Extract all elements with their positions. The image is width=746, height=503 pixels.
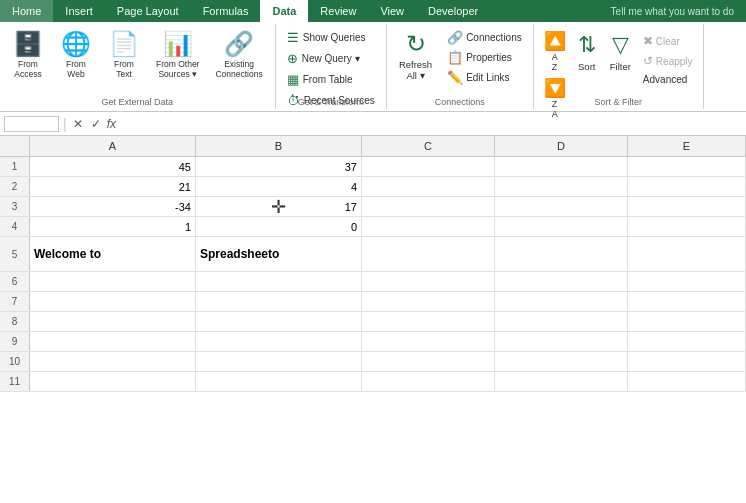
cell-a1[interactable]: 45: [30, 157, 196, 176]
tab-review[interactable]: Review: [308, 0, 368, 22]
cell-e1[interactable]: [628, 157, 746, 176]
cell-e7[interactable]: [628, 292, 746, 311]
row-num-10[interactable]: 10: [0, 352, 30, 371]
col-header-d[interactable]: D: [495, 136, 628, 156]
sort-az-button[interactable]: 🔼 AZ: [540, 28, 570, 74]
properties-button[interactable]: 📋 Properties: [442, 48, 527, 67]
col-header-c[interactable]: C: [362, 136, 495, 156]
edit-links-button[interactable]: ✏️ Edit Links: [442, 68, 527, 87]
cell-c4[interactable]: [362, 217, 495, 236]
cell-d2[interactable]: [495, 177, 628, 196]
cell-d11[interactable]: [495, 372, 628, 391]
cell-c6[interactable]: [362, 272, 495, 291]
from-text-button[interactable]: 📄 FromText: [102, 28, 146, 83]
cell-e11[interactable]: [628, 372, 746, 391]
cell-b11[interactable]: [196, 372, 362, 391]
tab-developer[interactable]: Developer: [416, 0, 490, 22]
cell-c2[interactable]: [362, 177, 495, 196]
cell-a9[interactable]: [30, 332, 196, 351]
cell-d8[interactable]: [495, 312, 628, 331]
row-num-3[interactable]: 3: [0, 197, 30, 216]
cell-e2[interactable]: [628, 177, 746, 196]
row-num-8[interactable]: 8: [0, 312, 30, 331]
cell-a8[interactable]: [30, 312, 196, 331]
from-table-button[interactable]: ▦ From Table: [282, 70, 380, 89]
sort-button[interactable]: ⇅ Sort: [572, 28, 602, 76]
cell-c10[interactable]: [362, 352, 495, 371]
row-num-7[interactable]: 7: [0, 292, 30, 311]
cell-a6[interactable]: [30, 272, 196, 291]
show-queries-button[interactable]: ☰ Show Queries: [282, 28, 380, 47]
from-web-button[interactable]: 🌐 FromWeb: [54, 28, 98, 83]
cell-b1[interactable]: 37: [196, 157, 362, 176]
cell-a3[interactable]: -34: [30, 197, 196, 216]
cell-a4[interactable]: 1: [30, 217, 196, 236]
cell-d7[interactable]: [495, 292, 628, 311]
cell-c9[interactable]: [362, 332, 495, 351]
cell-b8[interactable]: [196, 312, 362, 331]
cell-b2[interactable]: 4: [196, 177, 362, 196]
cell-b3[interactable]: 17 ✛: [196, 197, 362, 216]
cell-d1[interactable]: [495, 157, 628, 176]
cell-a5[interactable]: Welcome to: [30, 237, 196, 271]
filter-button[interactable]: ▽ Filter: [604, 28, 637, 76]
row-num-6[interactable]: 6: [0, 272, 30, 291]
row-num-9[interactable]: 9: [0, 332, 30, 351]
connections-button[interactable]: 🔗 Connections: [442, 28, 527, 47]
tab-data[interactable]: Data: [260, 0, 308, 22]
tab-view[interactable]: View: [368, 0, 416, 22]
reapply-button[interactable]: ↺ Reapply: [639, 52, 697, 70]
cell-c1[interactable]: [362, 157, 495, 176]
cell-e4[interactable]: [628, 217, 746, 236]
cell-c3[interactable]: [362, 197, 495, 216]
cell-b10[interactable]: [196, 352, 362, 371]
tab-page-layout[interactable]: Page Layout: [105, 0, 191, 22]
row-num-1[interactable]: 1: [0, 157, 30, 176]
tab-insert[interactable]: Insert: [53, 0, 105, 22]
formula-fx-button[interactable]: fx: [107, 117, 116, 131]
from-other-sources-button[interactable]: 📊 From OtherSources ▾: [150, 28, 205, 83]
new-query-button[interactable]: ⊕ New Query ▾: [282, 49, 380, 68]
cell-e5[interactable]: [628, 237, 746, 271]
cell-a2[interactable]: 21: [30, 177, 196, 196]
clear-button[interactable]: ✖ Clear: [639, 32, 697, 50]
cell-e6[interactable]: [628, 272, 746, 291]
cell-c7[interactable]: [362, 292, 495, 311]
col-header-a[interactable]: A: [30, 136, 196, 156]
cell-b6[interactable]: [196, 272, 362, 291]
advanced-button[interactable]: Advanced: [639, 72, 697, 87]
cell-b4[interactable]: 0: [196, 217, 362, 236]
cell-c5[interactable]: [362, 237, 495, 271]
cell-e9[interactable]: [628, 332, 746, 351]
cell-e8[interactable]: [628, 312, 746, 331]
cell-c11[interactable]: [362, 372, 495, 391]
cell-e3[interactable]: [628, 197, 746, 216]
tab-tell-me[interactable]: Tell me what you want to do: [599, 0, 746, 22]
from-access-button[interactable]: 🗄️ FromAccess: [6, 28, 50, 83]
cell-b5[interactable]: Spreadsheeto: [196, 237, 362, 271]
cell-e10[interactable]: [628, 352, 746, 371]
col-header-e[interactable]: E: [628, 136, 746, 156]
cell-b9[interactable]: [196, 332, 362, 351]
cell-d10[interactable]: [495, 352, 628, 371]
cell-a10[interactable]: [30, 352, 196, 371]
row-num-2[interactable]: 2: [0, 177, 30, 196]
row-num-4[interactable]: 4: [0, 217, 30, 236]
col-header-b[interactable]: B: [196, 136, 362, 156]
existing-connections-button[interactable]: 🔗 ExistingConnections: [209, 28, 268, 83]
formula-cancel-button[interactable]: ✕: [71, 117, 85, 131]
name-box[interactable]: [4, 116, 59, 132]
formula-confirm-button[interactable]: ✓: [89, 117, 103, 131]
cell-a11[interactable]: [30, 372, 196, 391]
cell-a7[interactable]: [30, 292, 196, 311]
cell-c8[interactable]: [362, 312, 495, 331]
refresh-all-button[interactable]: ↻ RefreshAll ▾: [393, 28, 438, 86]
cell-d3[interactable]: [495, 197, 628, 216]
row-num-11[interactable]: 11: [0, 372, 30, 391]
cell-d4[interactable]: [495, 217, 628, 236]
cell-b7[interactable]: [196, 292, 362, 311]
cell-d9[interactable]: [495, 332, 628, 351]
tab-formulas[interactable]: Formulas: [191, 0, 261, 22]
row-num-5[interactable]: 5: [0, 237, 30, 271]
cell-d5[interactable]: [495, 237, 628, 271]
